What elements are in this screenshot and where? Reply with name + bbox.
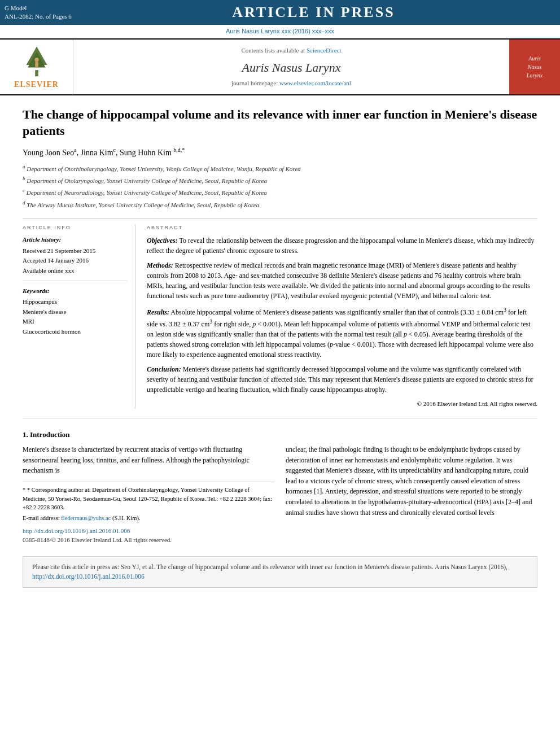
affiliations: a Department of Otorhinolaryngology, Yon… bbox=[23, 163, 537, 210]
main-content: The change of hippocampal volume and its… bbox=[0, 95, 560, 599]
article-history-label: Article history: bbox=[23, 235, 127, 244]
top-banner: G Model ANL-2082; No. of Pages 6 ARTICLE… bbox=[0, 0, 560, 25]
conclusion-text: Meniere's disease patients had significa… bbox=[147, 365, 533, 394]
methods-label: Methods: bbox=[147, 261, 173, 269]
intro-right: unclear, the final pathologic finding is… bbox=[286, 444, 537, 545]
svg-rect-0 bbox=[35, 70, 38, 76]
elsevier-logo: ELSEVIER bbox=[14, 44, 59, 90]
introduction-body: Meniere's disease is characterized by re… bbox=[23, 444, 537, 545]
article-info-col: ARTICLE INFO Article history: Received 2… bbox=[23, 224, 135, 409]
abstract-methods: Methods: Retrospective review of medical… bbox=[147, 260, 537, 301]
available-online: Available online xxx bbox=[23, 267, 127, 275]
journal-center: Contents lists available at ScienceDirec… bbox=[73, 40, 509, 95]
email-link[interactable]: fledermaus@yuhs.ac bbox=[61, 515, 112, 521]
email-footnote: E-mail address: fledermaus@yuhs.ac (S.H.… bbox=[23, 514, 274, 523]
abstract-conclusion: Conclusion: Meniere's disease patients h… bbox=[147, 364, 537, 395]
affil-d: d The Airway Mucus Institute, Yonsei Uni… bbox=[23, 199, 537, 210]
model-label: G Model bbox=[5, 4, 72, 12]
citation-doi-link[interactable]: http://dx.doi.org/10.1016/j.anl.2016.01.… bbox=[32, 573, 145, 580]
citation-line: Auris Nasus Larynx xxx (2016) xxx–xxx bbox=[0, 25, 560, 38]
article-info-abstract: ARTICLE INFO Article history: Received 2… bbox=[23, 224, 537, 409]
article-title: The change of hippocampal volume and its… bbox=[23, 107, 537, 139]
author2-sup: c bbox=[113, 147, 116, 153]
article-in-press-text: ARTICLE IN PRESS bbox=[232, 4, 395, 20]
abstract-results: Results: Absolute hippocampal volume of … bbox=[147, 305, 537, 360]
keyword-2: Meniere's disease bbox=[23, 308, 127, 316]
keywords-label: Keywords: bbox=[23, 287, 127, 295]
journal-abbrev: AurisNasusLarynx bbox=[527, 54, 542, 80]
introduction-title: 1. Introduction bbox=[23, 430, 537, 440]
elsevier-logo-area: ELSEVIER bbox=[0, 40, 73, 95]
author1-name: Young Joon Seo bbox=[23, 148, 74, 156]
journal-name: Auris Nasus Larynx bbox=[242, 59, 341, 77]
introduction-section: 1. Introduction Meniere's disease is cha… bbox=[23, 430, 537, 545]
keyword-4: Glucocorticoid hormon bbox=[23, 327, 127, 336]
contents-available: Contents lists available at ScienceDirec… bbox=[241, 46, 341, 55]
article-id: ANL-2082; No. of Pages 6 bbox=[5, 12, 72, 21]
sciencedirect-link[interactable]: ScienceDirect bbox=[307, 47, 342, 54]
divider-2 bbox=[23, 418, 537, 418]
elsevier-text: ELSEVIER bbox=[14, 79, 59, 90]
divider-keywords bbox=[23, 281, 127, 281]
journal-header: ELSEVIER Contents lists available at Sci… bbox=[0, 38, 560, 96]
homepage-line: journal homepage: www.elsevier.com/locat… bbox=[231, 79, 351, 88]
asterisk-icon: * bbox=[23, 487, 27, 493]
affil-b: b Department of Otolaryngology, Yonsei U… bbox=[23, 174, 537, 186]
conclusion-label: Conclusion: bbox=[147, 365, 181, 373]
model-info: G Model ANL-2082; No. of Pages 6 bbox=[5, 4, 72, 21]
svg-point-3 bbox=[34, 58, 38, 62]
elsevier-tree-icon bbox=[17, 44, 56, 78]
objectives-text: To reveal the relationship between the d… bbox=[147, 237, 535, 255]
article-info-header: ARTICLE INFO bbox=[23, 224, 127, 231]
author3-sup: b,d,* bbox=[173, 147, 185, 153]
keyword-3: MRI bbox=[23, 317, 127, 326]
intro-left: Meniere's disease is characterized by re… bbox=[23, 444, 274, 545]
abstract-objectives: Objectives: To reveal the relationship b… bbox=[147, 235, 537, 256]
abstract-content: Objectives: To reveal the relationship b… bbox=[147, 235, 537, 409]
author2-name: Jinna Kim bbox=[81, 148, 113, 156]
corresponding-footnote: * * Corresponding author at: Department … bbox=[23, 486, 274, 512]
citation-text: Please cite this article in press as: Se… bbox=[32, 563, 508, 570]
svg-rect-4 bbox=[35, 62, 38, 67]
objectives-label: Objectives: bbox=[147, 237, 178, 244]
issn-line: 0385-8146/© 2016 Elsevier Ireland Ltd. A… bbox=[23, 535, 274, 545]
intro-para-right: unclear, the final pathologic finding is… bbox=[286, 444, 537, 518]
authors-line: Young Joon Seoa, Jinna Kimc, Sung Huhn K… bbox=[23, 146, 537, 158]
results-text: Absolute hippocampal volume of Meniere's… bbox=[147, 308, 533, 359]
abstract-col: ABSTRACT Objectives: To reveal the relat… bbox=[147, 224, 537, 409]
article-in-press-banner: ARTICLE IN PRESS bbox=[72, 2, 555, 23]
abstract-copyright: © 2016 Elsevier Ireland Ltd. All rights … bbox=[147, 399, 537, 409]
doi-link[interactable]: http://dx.doi.org/10.1016/j.anl.2016.01.… bbox=[23, 526, 274, 536]
results-label: Results: bbox=[147, 308, 169, 316]
keyword-1: Hippocampus bbox=[23, 298, 127, 306]
citation-box: Please cite this article in press as: Se… bbox=[23, 556, 537, 588]
homepage-link[interactable]: www.elsevier.com/locate/anl bbox=[279, 80, 351, 86]
affil-a: a Department of Otorhinolaryngology, Yon… bbox=[23, 163, 537, 174]
abstract-header: ABSTRACT bbox=[147, 224, 537, 231]
accepted-date: Accepted 14 January 2016 bbox=[23, 256, 127, 265]
divider-1 bbox=[23, 218, 537, 219]
received-date: Received 21 September 2015 bbox=[23, 247, 127, 255]
journal-logo-right: AurisNasusLarynx bbox=[509, 40, 560, 95]
intro-para-left: Meniere's disease is characterized by re… bbox=[23, 444, 274, 476]
author3-name: Sung Huhn Kim bbox=[120, 148, 172, 156]
affil-c: c Department of Neuroradiology, Yonsei U… bbox=[23, 186, 537, 198]
author1-sup: a bbox=[74, 147, 76, 153]
methods-text: Retrospective review of medical records … bbox=[147, 261, 530, 300]
footnote-area: * * Corresponding author at: Department … bbox=[23, 482, 274, 545]
